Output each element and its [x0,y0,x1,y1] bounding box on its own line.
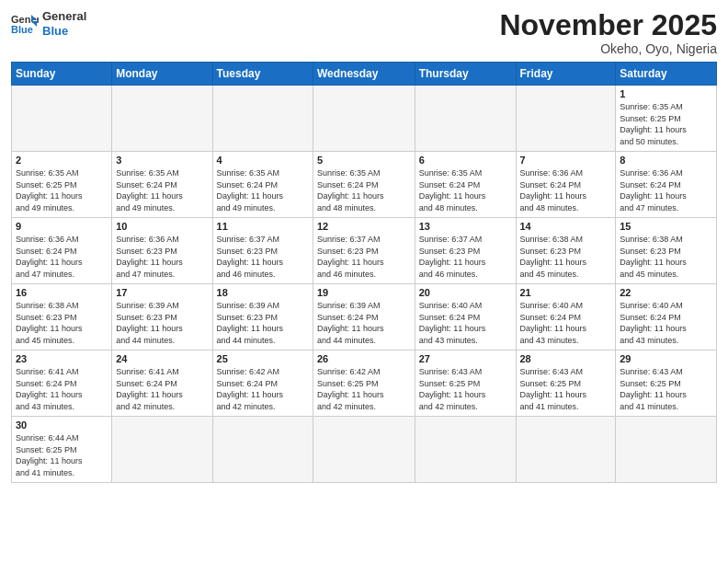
day-number: 10 [116,221,208,232]
logo-icon: General Blue [11,13,39,35]
logo: General Blue General Blue [11,9,86,38]
day-number: 8 [620,155,712,166]
day-number: 3 [116,155,208,166]
col-tuesday: Tuesday [212,63,313,86]
col-thursday: Thursday [415,63,516,86]
calendar-cell: 20Sunrise: 6:40 AMSunset: 6:24 PMDayligh… [415,284,516,350]
day-info: Sunrise: 6:38 AMSunset: 6:23 PMDaylight:… [520,234,612,280]
calendar-cell: 2Sunrise: 6:35 AMSunset: 6:25 PMDaylight… [12,152,112,218]
calendar-cell: 24Sunrise: 6:41 AMSunset: 6:24 PMDayligh… [112,350,212,417]
day-number: 20 [419,287,512,298]
day-number: 13 [419,221,512,232]
calendar-cell: 16Sunrise: 6:38 AMSunset: 6:23 PMDayligh… [12,284,112,350]
day-number: 19 [317,287,411,298]
day-number: 21 [520,287,612,298]
day-info: Sunrise: 6:37 AMSunset: 6:23 PMDaylight:… [217,234,309,280]
calendar-cell: 11Sunrise: 6:37 AMSunset: 6:23 PMDayligh… [212,218,313,284]
day-info: Sunrise: 6:35 AMSunset: 6:25 PMDaylight:… [620,101,712,147]
logo-general-text: General [42,9,86,24]
calendar-cell: 7Sunrise: 6:36 AMSunset: 6:24 PMDaylight… [516,152,616,218]
day-info: Sunrise: 6:40 AMSunset: 6:24 PMDaylight:… [520,300,612,346]
day-number: 4 [217,155,309,166]
day-info: Sunrise: 6:42 AMSunset: 6:24 PMDaylight:… [217,366,309,412]
calendar-cell: 25Sunrise: 6:42 AMSunset: 6:24 PMDayligh… [212,350,313,417]
calendar-cell: 30Sunrise: 6:44 AMSunset: 6:25 PMDayligh… [12,417,112,482]
day-info: Sunrise: 6:43 AMSunset: 6:25 PMDaylight:… [520,366,612,412]
calendar-cell: 14Sunrise: 6:38 AMSunset: 6:23 PMDayligh… [516,218,616,284]
calendar-cell: 19Sunrise: 6:39 AMSunset: 6:24 PMDayligh… [313,284,415,350]
day-info: Sunrise: 6:35 AMSunset: 6:24 PMDaylight:… [419,167,512,213]
day-info: Sunrise: 6:38 AMSunset: 6:23 PMDaylight:… [16,300,108,346]
day-info: Sunrise: 6:38 AMSunset: 6:23 PMDaylight:… [620,234,712,280]
day-info: Sunrise: 6:36 AMSunset: 6:24 PMDaylight:… [520,167,612,213]
day-number: 9 [16,221,108,232]
calendar-cell [313,417,415,482]
calendar-cell: 5Sunrise: 6:35 AMSunset: 6:24 PMDaylight… [313,152,415,218]
calendar-cell: 27Sunrise: 6:43 AMSunset: 6:25 PMDayligh… [415,350,516,417]
calendar-cell [313,86,415,152]
calendar-cell: 21Sunrise: 6:40 AMSunset: 6:24 PMDayligh… [516,284,616,350]
day-number: 14 [520,221,612,232]
calendar-cell [212,86,313,152]
day-info: Sunrise: 6:37 AMSunset: 6:23 PMDaylight:… [317,234,411,280]
day-info: Sunrise: 6:39 AMSunset: 6:24 PMDaylight:… [317,300,411,346]
calendar-cell: 29Sunrise: 6:43 AMSunset: 6:25 PMDayligh… [616,350,717,417]
day-number: 22 [620,287,712,298]
calendar-cell [12,86,112,152]
day-info: Sunrise: 6:39 AMSunset: 6:23 PMDaylight:… [116,300,208,346]
day-info: Sunrise: 6:40 AMSunset: 6:24 PMDaylight:… [419,300,512,346]
day-info: Sunrise: 6:41 AMSunset: 6:24 PMDaylight:… [116,366,208,412]
day-info: Sunrise: 6:37 AMSunset: 6:23 PMDaylight:… [419,234,512,280]
calendar-cell: 8Sunrise: 6:36 AMSunset: 6:24 PMDaylight… [616,152,717,218]
day-number: 30 [16,419,108,431]
calendar-header-row: Sunday Monday Tuesday Wednesday Thursday… [12,63,717,86]
day-number: 16 [16,287,108,298]
calendar-cell: 9Sunrise: 6:36 AMSunset: 6:24 PMDaylight… [12,218,112,284]
day-info: Sunrise: 6:41 AMSunset: 6:24 PMDaylight:… [16,366,108,412]
day-info: Sunrise: 6:40 AMSunset: 6:24 PMDaylight:… [620,300,712,346]
calendar-cell: 6Sunrise: 6:35 AMSunset: 6:24 PMDaylight… [415,152,516,218]
day-number: 17 [116,287,208,298]
calendar-cell [516,86,616,152]
calendar-cell: 15Sunrise: 6:38 AMSunset: 6:23 PMDayligh… [616,218,717,284]
page-header: General Blue General Blue November 2025 … [11,9,717,56]
logo-blue-text: Blue [42,24,86,39]
calendar-cell: 23Sunrise: 6:41 AMSunset: 6:24 PMDayligh… [12,350,112,417]
day-info: Sunrise: 6:36 AMSunset: 6:24 PMDaylight:… [16,234,108,280]
day-number: 15 [620,221,712,232]
day-info: Sunrise: 6:39 AMSunset: 6:23 PMDaylight:… [217,300,309,346]
calendar-table: Sunday Monday Tuesday Wednesday Thursday… [11,62,717,482]
col-wednesday: Wednesday [313,63,415,86]
day-info: Sunrise: 6:36 AMSunset: 6:24 PMDaylight:… [620,167,712,213]
day-number: 6 [419,155,512,166]
calendar-week-row: 2Sunrise: 6:35 AMSunset: 6:25 PMDaylight… [12,152,717,218]
calendar-week-row: 30Sunrise: 6:44 AMSunset: 6:25 PMDayligh… [12,417,717,482]
day-number: 7 [520,155,612,166]
day-number: 2 [16,155,108,166]
calendar-cell [212,417,313,482]
col-saturday: Saturday [616,63,717,86]
day-info: Sunrise: 6:43 AMSunset: 6:25 PMDaylight:… [419,366,512,412]
day-info: Sunrise: 6:42 AMSunset: 6:25 PMDaylight:… [317,366,411,412]
calendar-cell: 12Sunrise: 6:37 AMSunset: 6:23 PMDayligh… [313,218,415,284]
calendar-week-row: 23Sunrise: 6:41 AMSunset: 6:24 PMDayligh… [12,350,717,417]
day-info: Sunrise: 6:43 AMSunset: 6:25 PMDaylight:… [620,366,712,412]
calendar-week-row: 16Sunrise: 6:38 AMSunset: 6:23 PMDayligh… [12,284,717,350]
day-info: Sunrise: 6:35 AMSunset: 6:24 PMDaylight:… [217,167,309,213]
calendar-cell [616,417,717,482]
calendar-week-row: 1Sunrise: 6:35 AMSunset: 6:25 PMDaylight… [12,86,717,152]
day-number: 24 [116,353,208,364]
col-monday: Monday [112,63,212,86]
calendar-cell [516,417,616,482]
day-number: 26 [317,353,411,364]
day-number: 18 [217,287,309,298]
day-number: 1 [620,88,712,99]
day-number: 11 [217,221,309,232]
day-number: 25 [217,353,309,364]
calendar-cell [415,86,516,152]
col-sunday: Sunday [12,63,112,86]
calendar-cell: 1Sunrise: 6:35 AMSunset: 6:25 PMDaylight… [616,86,717,152]
day-info: Sunrise: 6:36 AMSunset: 6:23 PMDaylight:… [116,234,208,280]
day-number: 27 [419,353,512,364]
day-number: 5 [317,155,411,166]
